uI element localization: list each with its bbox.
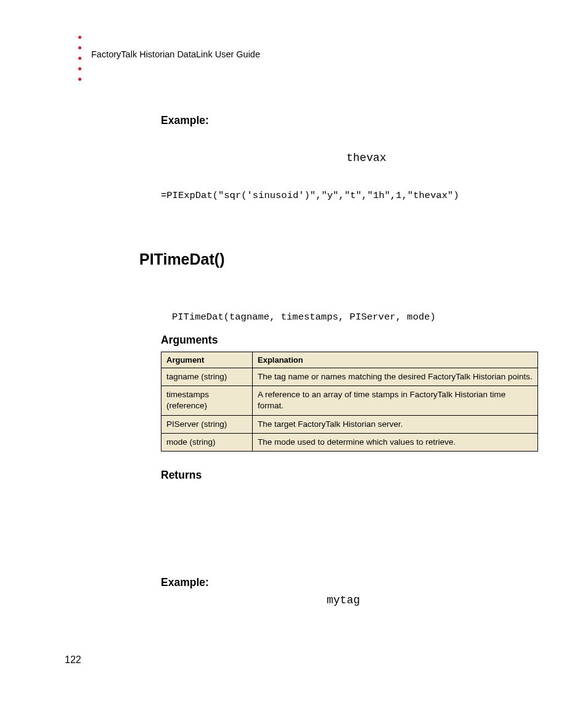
inline-code-thevax: thevax [346,152,386,164]
table-row: mode (string) The mode used to determine… [161,433,538,451]
arg-explanation: The tag name or names matching the desir… [253,368,538,386]
bullet-dot-icon [78,67,81,70]
returns-heading: Returns [161,469,540,482]
bullet-dot-icon [78,78,81,81]
bullet-decoration [78,36,81,88]
table-row: tagname (string) The tag name or names m… [161,368,538,386]
document-page: FactoryTalk Historian DataLink User Guid… [0,0,588,718]
col-explanation: Explanation [253,352,538,368]
example-heading: Example: [161,114,540,127]
inline-code-mytag: mytag [327,594,360,606]
function-title: PITimeDat() [139,250,540,268]
example-formula: =PIExpDat("sqr('sinusoid')","y","t","1h"… [161,190,540,201]
arguments-heading: Arguments [161,334,540,347]
page-header-title: FactoryTalk Historian DataLink User Guid… [91,49,260,59]
arg-name: PIServer (string) [161,415,253,433]
main-content: Example: =PIExpDat("sqr('sinusoid')","y"… [161,114,540,619]
col-argument: Argument [161,352,253,368]
arg-name: tagname (string) [161,368,253,386]
table-row: timestamps (reference) A reference to an… [161,386,538,415]
bullet-dot-icon [78,57,81,60]
arguments-table: Argument Explanation tagname (string) Th… [161,352,538,452]
function-syntax: PITimeDat(tagname, timestamps, PIServer,… [172,312,540,323]
example-heading: Example: [161,576,540,589]
bullet-dot-icon [78,36,81,39]
page-number: 122 [65,654,81,666]
arg-explanation: A reference to an array of time stamps i… [253,386,538,415]
arg-name: timestamps (reference) [161,386,253,415]
bullet-dot-icon [78,46,81,49]
arg-name: mode (string) [161,433,253,451]
table-header-row: Argument Explanation [161,352,538,368]
arg-explanation: The target FactoryTalk Historian server. [253,415,538,433]
table-row: PIServer (string) The target FactoryTalk… [161,415,538,433]
returns-body-placeholder [161,487,540,542]
arg-explanation: The mode used to determine which values … [253,433,538,451]
